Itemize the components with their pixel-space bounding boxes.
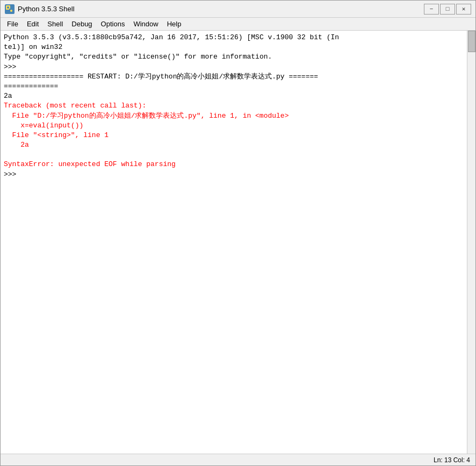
- svg-point-4: [10, 10, 12, 12]
- title-bar: Python 3.5.3 Shell − □ ✕: [1, 1, 475, 18]
- output-line1: Python 3.5.3 (v3.5.3:1880cb95a742, Jan 1…: [4, 33, 339, 100]
- menu-file[interactable]: File: [3, 19, 23, 29]
- menu-help[interactable]: Help: [163, 19, 186, 29]
- scrollbar-thumb[interactable]: [468, 31, 475, 52]
- menu-options[interactable]: Options: [97, 19, 129, 29]
- app-icon: [5, 4, 15, 14]
- menu-bar: File Edit Shell Debug Options Window Hel…: [1, 18, 475, 31]
- output-traceback: Traceback (most recent call last): File …: [4, 102, 289, 168]
- minimize-button[interactable]: −: [424, 4, 439, 15]
- window-title: Python 3.5.3 Shell: [18, 5, 424, 13]
- close-button[interactable]: ✕: [456, 4, 471, 15]
- menu-debug[interactable]: Debug: [67, 19, 96, 29]
- output-prompt: >>>: [4, 170, 20, 178]
- window-controls: − □ ✕: [424, 4, 471, 15]
- status-bar: Ln: 13 Col: 4: [1, 454, 475, 465]
- console-area[interactable]: Python 3.5.3 (v3.5.3:1880cb95a742, Jan 1…: [1, 31, 475, 454]
- svg-point-3: [7, 6, 9, 9]
- console-output: Python 3.5.3 (v3.5.3:1880cb95a742, Jan 1…: [4, 33, 472, 180]
- cursor-position: Ln: 13 Col: 4: [434, 456, 470, 464]
- maximize-button[interactable]: □: [440, 4, 455, 15]
- menu-edit[interactable]: Edit: [23, 19, 43, 29]
- menu-shell[interactable]: Shell: [43, 19, 67, 29]
- scrollbar-track[interactable]: [467, 31, 475, 454]
- main-window: Python 3.5.3 Shell − □ ✕ File Edit Shell…: [0, 0, 476, 466]
- menu-window[interactable]: Window: [129, 19, 162, 29]
